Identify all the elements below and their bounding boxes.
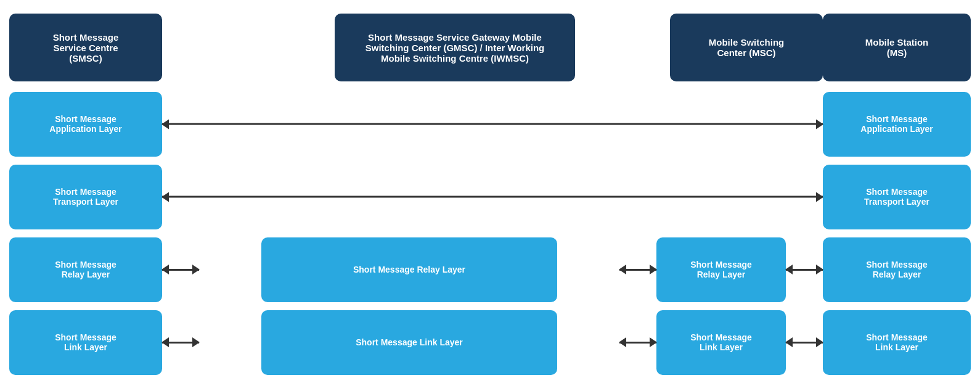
link-arrow-left bbox=[162, 342, 199, 344]
relay-arrow-mid bbox=[619, 269, 656, 271]
transport-layer-row: Short MessageTransport Layer Short Messa… bbox=[9, 160, 971, 233]
link-arrow-mid bbox=[619, 342, 656, 344]
header-ms: Mobile Station(MS) bbox=[823, 14, 971, 81]
transport-arrow-container bbox=[162, 165, 823, 229]
ms-transport-layer: Short MessageTransport Layer bbox=[823, 165, 971, 229]
smsc-transport-layer: Short MessageTransport Layer bbox=[9, 165, 162, 229]
transport-arrow bbox=[162, 196, 823, 198]
header-gmsc: Short Message Service Gateway MobileSwit… bbox=[335, 14, 575, 81]
gmsc-link-layer: Short Message Link Layer bbox=[261, 310, 557, 375]
app-layer-row: Short MessageApplication Layer Short Mes… bbox=[9, 88, 971, 160]
link-layer-row: Short MessageLink Layer Short Message Li… bbox=[9, 306, 971, 379]
relay-arrow-right bbox=[786, 269, 823, 271]
header-smsc: Short MessageService Centre(SMSC) bbox=[9, 14, 162, 81]
diagram: Short MessageService Centre(SMSC) Short … bbox=[9, 7, 971, 384]
ms-link-layer: Short MessageLink Layer bbox=[823, 310, 971, 375]
smsc-relay-layer: Short MessageRelay Layer bbox=[9, 237, 162, 302]
msc-relay-layer: Short MessageRelay Layer bbox=[656, 237, 786, 302]
ms-relay-layer: Short MessageRelay Layer bbox=[823, 237, 971, 302]
header-msc: Mobile SwitchingCenter (MSC) bbox=[670, 14, 823, 81]
gmsc-relay-layer: Short Message Relay Layer bbox=[261, 237, 557, 302]
app-arrow-container bbox=[162, 92, 823, 157]
relay-layer-row: Short MessageRelay Layer Short Message R… bbox=[9, 233, 971, 306]
header-row: Short MessageService Centre(SMSC) Short … bbox=[9, 7, 971, 88]
app-arrow bbox=[162, 123, 823, 125]
msc-link-layer: Short MessageLink Layer bbox=[656, 310, 786, 375]
ms-app-layer: Short MessageApplication Layer bbox=[823, 92, 971, 157]
relay-arrow-left bbox=[162, 269, 199, 271]
smsc-app-layer: Short MessageApplication Layer bbox=[9, 92, 162, 157]
link-arrow-right bbox=[786, 342, 823, 344]
smsc-link-layer: Short MessageLink Layer bbox=[9, 310, 162, 375]
